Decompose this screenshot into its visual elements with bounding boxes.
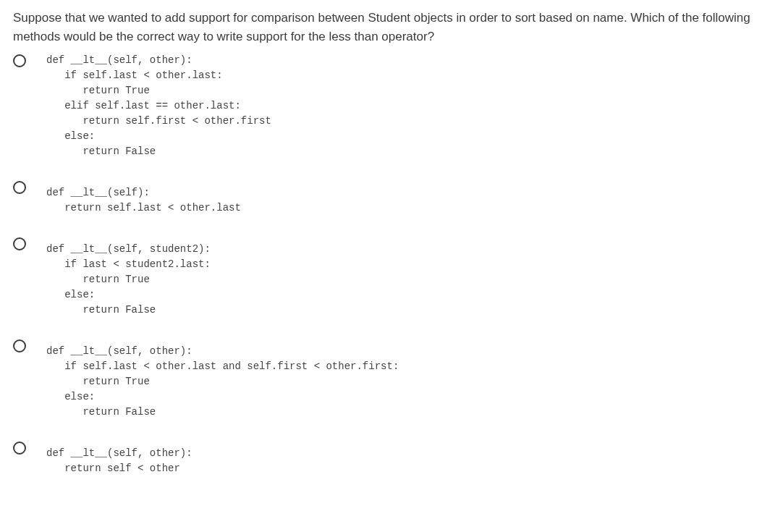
code-option-5: def __lt__(self, other): return self < o… xyxy=(46,446,192,476)
option-5: def __lt__(self, other): return self < o… xyxy=(13,440,770,476)
code-option-4: def __lt__(self, other): if self.last < … xyxy=(46,344,399,420)
question-text: Suppose that we wanted to add support fo… xyxy=(13,9,770,46)
option-2: def __lt__(self): return self.last < oth… xyxy=(13,180,770,216)
options-container: def __lt__(self, other): if self.last < … xyxy=(13,53,770,497)
code-option-3: def __lt__(self, student2): if last < st… xyxy=(46,242,211,318)
option-3: def __lt__(self, student2): if last < st… xyxy=(13,236,770,318)
option-4: def __lt__(self, other): if self.last < … xyxy=(13,338,770,420)
radio-option-3[interactable] xyxy=(13,237,26,250)
radio-option-1[interactable] xyxy=(13,54,26,67)
option-1: def __lt__(self, other): if self.last < … xyxy=(13,53,770,159)
code-option-2: def __lt__(self): return self.last < oth… xyxy=(46,185,241,216)
code-option-1: def __lt__(self, other): if self.last < … xyxy=(46,53,271,159)
radio-option-5[interactable] xyxy=(13,442,26,455)
radio-option-2[interactable] xyxy=(13,181,26,194)
radio-option-4[interactable] xyxy=(13,339,26,352)
